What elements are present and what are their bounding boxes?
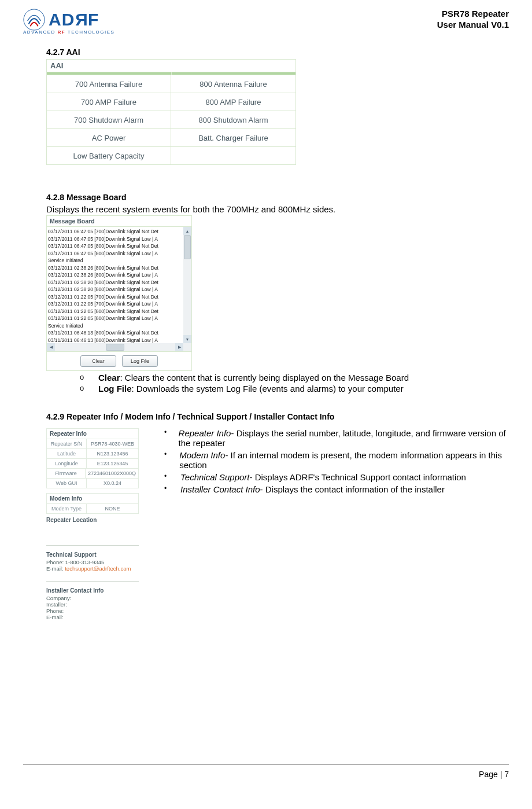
list-item: •Technical Support- Displays ADRF's Tech… (162, 472, 509, 482)
tech-support-phone: Phone: 1-800-313-9345 (46, 559, 139, 565)
scroll-left-icon[interactable]: ◀ (47, 343, 55, 351)
aai-title: AAI (47, 60, 295, 72)
scroll-down-icon[interactable]: ▼ (183, 335, 191, 343)
table-row: LatitudeN123.123456 (47, 448, 138, 458)
repeater-info-title: Repeater Info (47, 429, 138, 439)
message-row: 03/12/2011 01:22:05 [700]Downlink Signal… (48, 293, 191, 301)
info-key: Firmware (47, 468, 86, 478)
technical-support-block: Technical Support Phone: 1-800-313-9345 … (46, 551, 139, 575)
separator (46, 545, 139, 546)
message-row: 03/17/2011 06:47:05 [800]Downlink Signal… (48, 242, 191, 250)
bullet-icon: • (162, 428, 179, 448)
aai-cell: 800 Antenna Failure (171, 75, 295, 93)
aai-cell: Batt. Charger Failure (171, 128, 295, 146)
message-row: 03/12/2011 02:38:26 [800]Downlink Signal… (48, 271, 191, 279)
modem-info-panel: Modem Info Modem TypeNONE (46, 493, 139, 514)
aai-cell: 800 AMP Failure (171, 93, 295, 111)
info-key: Longitude (47, 458, 87, 468)
message-board-list[interactable]: 03/17/2011 06:47:05 [700]Downlink Signal… (47, 227, 191, 352)
message-row: 03/12/2011 02:38:26 [800]Downlink Signal… (48, 264, 191, 272)
installer-line: Company: (46, 595, 139, 601)
page-number: Page | 7 (479, 770, 509, 779)
clear-button[interactable]: Clear (80, 355, 116, 367)
aai-cell: 700 Shutdown Alarm (47, 111, 171, 128)
table-row: Web GUIX0.0.24 (47, 478, 138, 488)
message-row: Service Initiated (48, 257, 191, 264)
logo-icon (23, 9, 45, 31)
document-title: PSR78 Repeater User Manual V0.1 (437, 9, 509, 31)
footer-separator (23, 764, 509, 765)
bullet-text: Installer Contact Info- Displays the con… (180, 484, 445, 494)
message-board-desc: Displays the recent system events for bo… (46, 204, 509, 214)
info-value: NONE (87, 503, 138, 513)
message-row: 03/17/2011 06:47:05 [700]Downlink Signal… (48, 236, 191, 243)
aai-cell: Low Battery Capacity (47, 146, 171, 164)
table-row: LongitudeE123.125345 (47, 458, 138, 468)
repeater-info-panel: Repeater Info Repeater S/NPSR78-4030-WEB… (46, 428, 139, 488)
scrollbar-horizontal[interactable]: ◀ ▶ (47, 343, 183, 351)
aai-panel: AAI 700 Antenna Failure 700 AMP Failure … (46, 59, 296, 165)
list-bullet: o (80, 384, 98, 394)
bullet-icon: • (162, 472, 180, 482)
clear-note: Clear: Clears the content that is curren… (98, 373, 409, 383)
message-row: 03/12/2011 01:22:05 [800]Downlink Signal… (48, 315, 191, 322)
message-board-title: Message Board (47, 216, 191, 227)
bullet-icon: • (162, 450, 179, 470)
list-bullet: o (80, 373, 98, 383)
installer-contact-block: Installer Contact Info Company: Installe… (46, 587, 139, 624)
info-key: Latitude (47, 448, 87, 458)
logfile-note: Log File: Downloads the system Log File … (98, 384, 404, 394)
bullet-text: Technical Support- Displays ADRF's Techn… (180, 472, 466, 482)
technical-support-title: Technical Support (46, 551, 139, 558)
aai-cell: 800 Shutdown Alarm (171, 111, 295, 128)
tech-support-email: E-mail: techsupport@adrftech.com (46, 565, 139, 572)
section-heading-message-board: 4.2.8 Message Board (46, 193, 509, 202)
message-row: Service Initiated (48, 322, 191, 330)
message-row: 03/12/2011 01:22:05 [800]Downlink Signal… (48, 308, 191, 315)
bullet-text: Repeater Info- Displays the serial numbe… (179, 428, 509, 448)
info-value: N123.123456 (87, 448, 138, 458)
section-heading-aai: 4.2.7 AAI (46, 47, 509, 57)
installer-title: Installer Contact Info (46, 587, 139, 594)
table-row: Modem TypeNONE (47, 503, 138, 513)
list-item: •Modem Info- If an internal modem is pre… (162, 450, 509, 470)
repeater-location-title: Repeater Location (46, 517, 145, 523)
bullet-text: Modem Info- If an internal modem is pres… (179, 450, 509, 470)
message-row: 03/17/2011 06:47:05 [700]Downlink Signal… (48, 228, 191, 236)
scroll-up-icon[interactable]: ▲ (183, 227, 191, 235)
table-row: Repeater S/NPSR78-4030-WEB (47, 439, 138, 448)
info-key: Modem Type (47, 503, 87, 513)
installer-line: Installer: (46, 601, 139, 608)
section-heading-info: 4.2.9 Repeater Info / Modem Info / Techn… (46, 412, 509, 421)
message-row: 03/12/2011 01:22:05 [700]Downlink Signal… (48, 300, 191, 308)
message-row: 03/17/2011 06:47:05 [800]Downlink Signal… (48, 250, 191, 258)
aai-cell: AC Power (47, 128, 171, 146)
table-row: Firmware27234601002X000Q (47, 468, 138, 478)
message-row: 03/12/2011 02:38:20 [800]Downlink Signal… (48, 286, 191, 293)
aai-cell (171, 146, 295, 164)
bullet-icon: • (162, 484, 180, 494)
logo-text: ADRF (49, 10, 99, 30)
message-row: 03/11/2011 06:46:13 [800]Downlink Signal… (48, 329, 191, 337)
info-value: X0.0.24 (87, 478, 138, 488)
scroll-right-icon[interactable]: ▶ (175, 343, 183, 351)
info-value: PSR78-4030-WEB (87, 439, 138, 448)
info-value: 27234601002X000Q (86, 468, 138, 478)
separator (46, 581, 139, 582)
installer-line: E-mail: (46, 614, 139, 620)
installer-line: Phone: (46, 608, 139, 614)
message-board-panel: Message Board 03/17/2011 06:47:05 [700]D… (46, 215, 192, 371)
logfile-button[interactable]: Log File (122, 355, 158, 367)
info-value: E123.125345 (87, 458, 138, 468)
info-key: Repeater S/N (47, 439, 87, 448)
logo-subtitle: ADVANCED RF TECHNOLOGIES (23, 30, 114, 35)
svg-point-0 (24, 9, 45, 30)
message-row: 03/12/2011 02:38:20 [800]Downlink Signal… (48, 279, 191, 286)
aai-cell: 700 AMP Failure (47, 93, 171, 111)
list-item: •Repeater Info- Displays the serial numb… (162, 428, 509, 448)
scrollbar-vertical[interactable]: ▲ ▼ (183, 227, 191, 343)
list-item: •Installer Contact Info- Displays the co… (162, 484, 509, 494)
info-key: Web GUI (47, 478, 87, 488)
logo: ADRF ADVANCED RF TECHNOLOGIES (23, 9, 114, 35)
modem-info-title: Modem Info (47, 494, 138, 503)
